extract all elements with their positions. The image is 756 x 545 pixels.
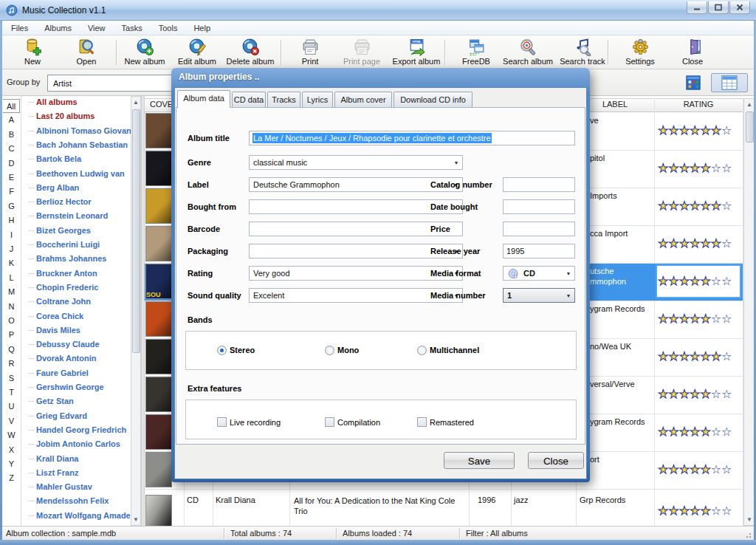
alphabet-letter-a[interactable]: A <box>2 113 21 127</box>
menu-item-albums[interactable]: Albums <box>36 21 80 35</box>
album-title-field[interactable]: La Mer / Nocturnes / Jeux / Rhapsodie po… <box>249 131 575 145</box>
tab-lyrics[interactable]: Lyrics <box>302 92 333 107</box>
sidebar-item-last-20-albums[interactable]: Last 20 albums <box>29 112 94 120</box>
alphabet-letter-n[interactable]: N <box>2 300 21 314</box>
print-button[interactable]: Print <box>294 38 326 67</box>
media-format-dropdown[interactable]: CD▼ <box>503 266 575 281</box>
dialog-close-button[interactable]: Close <box>528 452 584 469</box>
sidebar-item-bruckner-anton[interactable]: Bruckner Anton <box>29 269 97 278</box>
catalog-number-field[interactable] <box>503 177 575 192</box>
sidebar-item-mahler-gustav[interactable]: Mahler Gustav <box>29 482 92 491</box>
new-album-button[interactable]: New album <box>122 38 168 67</box>
checkbox-remastered[interactable] <box>417 417 427 427</box>
close-button[interactable]: Close <box>676 38 709 67</box>
radio-stereo[interactable] <box>217 346 227 355</box>
sidebar-item-bartok-bela[interactable]: Bartok Bela <box>29 154 81 163</box>
sidebar-item-liszt-franz[interactable]: Liszt Franz <box>29 468 78 477</box>
release-year-field[interactable]: 1995 <box>503 244 575 258</box>
sidebar-scroll-thumb[interactable] <box>132 109 140 353</box>
alphabet-letter-all[interactable]: All <box>3 99 20 113</box>
alphabet-letter-p[interactable]: P <box>2 328 21 342</box>
alphabet-letter-v[interactable]: V <box>2 414 21 428</box>
freedb-button[interactable]: FreeDB <box>458 38 494 67</box>
alphabet-letter-q[interactable]: Q <box>2 343 21 357</box>
alphabet-letter-f[interactable]: F <box>2 185 21 199</box>
menu-item-help[interactable]: Help <box>185 21 219 35</box>
radio-multichannel[interactable] <box>417 346 427 355</box>
open-button[interactable]: Open <box>70 38 103 67</box>
sidebar-item-beethoven-ludwig-van[interactable]: Beethoven Ludwig van <box>29 169 125 178</box>
scroll-up-icon[interactable]: ▲ <box>132 97 140 108</box>
checkbox-compilation[interactable] <box>325 417 334 427</box>
column-header-rating[interactable]: RATING <box>655 100 742 109</box>
tab-download-cd-info[interactable]: Download CD info <box>394 92 472 107</box>
sidebar-item-coltrane-john[interactable]: Coltrane John <box>29 297 91 306</box>
scroll-up-icon[interactable]: ▲ <box>746 99 753 110</box>
alphabet-letter-m[interactable]: M <box>2 285 21 299</box>
tab-album-cover[interactable]: Album cover <box>334 92 392 107</box>
table-scroll-thumb[interactable] <box>746 112 754 143</box>
edit-album-button[interactable]: Edit album <box>174 38 220 67</box>
alphabet-letter-c[interactable]: C <box>2 142 21 156</box>
thumbnail-view-button[interactable] <box>681 73 705 92</box>
tab-tracks[interactable]: Tracks <box>267 92 300 107</box>
sidebar-item-krall-diana[interactable]: Krall Diana <box>29 454 78 463</box>
alphabet-letter-y[interactable]: Y <box>2 457 21 471</box>
price-field[interactable] <box>503 222 575 236</box>
sidebar-item-bernstein-leonard[interactable]: Bernstein Leonard <box>29 211 108 220</box>
sidebar-item-brahms-johannes[interactable]: Brahms Johannes <box>29 254 106 263</box>
sidebar-item-corea-chick[interactable]: Corea Chick <box>29 312 83 321</box>
alphabet-letter-t[interactable]: T <box>2 385 21 400</box>
alphabet-letter-u[interactable]: U <box>2 400 21 414</box>
search-track-button[interactable]: Search track <box>557 38 608 67</box>
tab-cd-data[interactable]: CD data <box>232 92 266 107</box>
maximize-button[interactable] <box>708 1 729 14</box>
alphabet-letter-s[interactable]: S <box>2 371 21 385</box>
checkbox-live-recording[interactable] <box>217 417 227 427</box>
sidebar-item-chopin-frederic[interactable]: Chopin Frederic <box>29 283 98 292</box>
new-button[interactable]: New <box>16 38 49 67</box>
scroll-down-icon[interactable]: ▼ <box>746 514 753 525</box>
sidebar-scrollbar[interactable]: ▲ ▼ <box>131 96 141 526</box>
alphabet-letter-d[interactable]: D <box>2 157 21 171</box>
radio-mono[interactable] <box>325 346 334 355</box>
sidebar-item-dvorak-antonin[interactable]: Dvorak Antonin <box>29 354 97 363</box>
alphabet-letter-w[interactable]: W <box>2 428 21 442</box>
alphabet-letter-r[interactable]: R <box>2 357 21 371</box>
alphabet-letter-b[interactable]: B <box>2 128 21 142</box>
sidebar-item-jobim-antonio-carlos[interactable]: Jobim Antonio Carlos <box>29 439 120 448</box>
sidebar-item-mendelssohn-felix[interactable]: Mendelssohn Felix <box>29 496 109 505</box>
alphabet-letter-j[interactable]: J <box>2 242 21 256</box>
sidebar-item-davis-miles[interactable]: Davis Miles <box>29 326 80 335</box>
save-button[interactable]: Save <box>444 452 515 469</box>
menu-item-files[interactable]: Files <box>3 21 36 35</box>
genre-dropdown[interactable]: classical music▼ <box>249 155 463 170</box>
sidebar-item-debussy-claude[interactable]: Debussy Claude <box>29 340 100 349</box>
sidebar-item-bach-johann-sebastian[interactable]: Bach Johann Sebastian <box>29 140 128 149</box>
alphabet-letter-l[interactable]: L <box>2 271 21 285</box>
resize-grip[interactable] <box>746 531 753 538</box>
media-number-dropdown[interactable]: 1▼ <box>503 288 575 303</box>
alphabet-letter-o[interactable]: O <box>2 314 21 328</box>
settings-button[interactable]: Settings <box>621 38 659 67</box>
sidebar-item-gershwin-george[interactable]: Gershwin George <box>29 383 104 391</box>
sidebar-item-albinoni-tomaso-giovanni[interactable]: Albinoni Tomaso Giovanni <box>29 126 131 135</box>
menu-item-tools[interactable]: Tools <box>151 21 186 35</box>
export-album-button[interactable]: HTMLExport album <box>389 38 444 67</box>
scroll-down-icon[interactable]: ▼ <box>132 514 140 525</box>
sidebar-item-getz-stan[interactable]: Getz Stan <box>29 397 74 405</box>
alphabet-letter-x[interactable]: X <box>2 443 21 457</box>
sidebar-item-berg-alban[interactable]: Berg Alban <box>29 183 79 192</box>
alphabet-letter-g[interactable]: G <box>2 199 21 213</box>
minimize-button[interactable] <box>687 1 707 14</box>
table-view-button[interactable] <box>711 73 748 92</box>
alphabet-letter-z[interactable]: Z <box>2 471 21 485</box>
sidebar-item-all-albums[interactable]: All albums <box>29 97 78 106</box>
sidebar-item-handel-georg-friedrich[interactable]: Handel Georg Friedrich <box>29 425 126 434</box>
sidebar-item-berlioz-hector[interactable]: Berlioz Hector <box>29 197 92 206</box>
close-window-button[interactable] <box>729 1 750 14</box>
sidebar-item-bizet-georges[interactable]: Bizet Georges <box>29 226 91 235</box>
alphabet-letter-k[interactable]: K <box>2 256 21 270</box>
alphabet-letter-e[interactable]: E <box>2 171 21 185</box>
tab-album-data[interactable]: Album data <box>177 90 230 108</box>
